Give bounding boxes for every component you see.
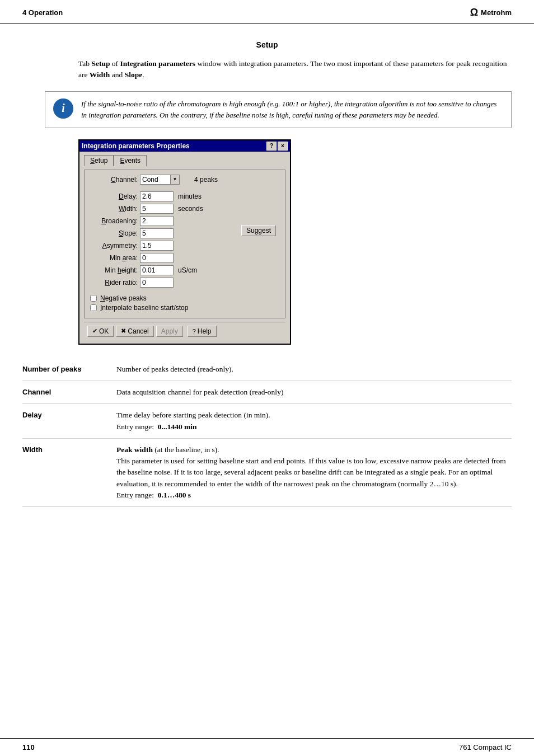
desc-term-delay: Delay [22, 404, 112, 439]
form-right: Suggest [223, 175, 279, 290]
min-area-input[interactable] [140, 253, 174, 263]
desc-term-num-peaks: Number of peaks [22, 358, 112, 381]
suggest-button[interactable]: Suggest [241, 225, 276, 236]
dialog-help-btn[interactable]: ? [266, 142, 277, 151]
negative-peaks-checkbox[interactable] [90, 295, 97, 302]
width-unit: seconds [178, 205, 203, 213]
min-area-label: Min area: [90, 254, 138, 262]
min-area-row: Min area: [90, 253, 223, 263]
tab-setup[interactable]: Setup [84, 155, 114, 166]
asymmetry-row: Asymmetry: [90, 241, 223, 251]
delay-input[interactable] [140, 191, 174, 201]
width-bold-title: Peak width [116, 445, 153, 454]
interpolate-baseline-checkbox[interactable] [90, 304, 97, 311]
intro-text: Tab Setup of Integration parameters wind… [78, 58, 512, 81]
help-label: Help [198, 327, 212, 335]
dialog-title: Integration parameters Properties [82, 142, 266, 150]
intro-bold-params: Integration parameters [120, 59, 195, 68]
channel-row: Channel: ▼ 4 peaks [90, 175, 223, 185]
channel-input-group: ▼ [140, 175, 180, 185]
channel-dropdown-arrow[interactable]: ▼ [171, 175, 180, 185]
width-input[interactable] [140, 204, 174, 214]
rider-ratio-label: Rider ratio: [90, 279, 138, 287]
main-content: Setup Tab Setup of Integration parameter… [0, 24, 534, 524]
tab-events-label: Events [120, 157, 140, 165]
interpolate-baseline-row: Interpolate baseline start/stop [90, 304, 279, 312]
dialog-window: Integration parameters Properties ? × Se… [78, 139, 291, 345]
channel-label: Channel: [90, 176, 138, 184]
min-height-row: Min height: uS/cm [90, 265, 223, 275]
min-height-input[interactable] [140, 265, 174, 275]
delay-row: Delay: minutes [90, 191, 223, 201]
chapter-title: 4 Operation [22, 8, 63, 17]
asymmetry-input[interactable] [140, 241, 174, 251]
min-height-label: Min height: [90, 266, 138, 274]
logo-symbol: Ω [470, 7, 478, 18]
header: 4 Operation Ω Metrohm [0, 0, 534, 24]
width-row: Width: seconds [90, 204, 223, 214]
info-text: If the signal-to-noise ratio of the chro… [81, 98, 503, 121]
interpolate-baseline-label: Interpolate baseline start/stop [100, 304, 188, 312]
info-box: i If the signal-to-noise ratio of the ch… [45, 91, 512, 128]
cancel-icon: ✖ [121, 327, 126, 335]
cancel-label: Cancel [128, 327, 148, 335]
delay-label: Delay: [90, 192, 138, 200]
page: 4 Operation Ω Metrohm Setup Tab Setup of… [0, 0, 534, 756]
peaks-count: 4 [194, 176, 198, 184]
asymmetry-label: Asymmetry: [90, 242, 138, 250]
delay-range: 0...1440 min [158, 422, 197, 431]
rider-ratio-input[interactable] [140, 278, 174, 288]
desc-row-delay: Delay Time delay before starting peak de… [22, 404, 512, 439]
ok-label: OK [99, 327, 109, 335]
dialog-titlebar-buttons: ? × [266, 142, 288, 151]
slope-label: Slope: [90, 229, 138, 237]
info-icon: i [53, 98, 73, 119]
broadening-input[interactable] [140, 216, 174, 226]
apply-label: Apply [161, 327, 178, 335]
desc-term-channel: Channel [22, 381, 112, 404]
slope-input[interactable] [140, 228, 174, 238]
brand-name: Metrohm [481, 8, 512, 17]
ok-button[interactable]: ✔ OK [87, 326, 114, 337]
tab-setup-label: Setup [90, 157, 107, 165]
dialog-tabs: Setup Events [84, 155, 285, 166]
desc-def-delay: Time delay before starting peak detectio… [112, 404, 512, 439]
page-number: 110 [22, 743, 35, 752]
tab-events[interactable]: Events [114, 155, 147, 166]
dialog-close-btn[interactable]: × [278, 142, 288, 151]
peaks-label: peaks [200, 176, 218, 184]
width-label: Width: [90, 205, 138, 213]
intro-bold-setup: Setup [91, 59, 110, 68]
channel-input[interactable] [140, 175, 171, 185]
form-area: Channel: ▼ 4 peaks [84, 170, 285, 318]
product-name: 761 Compact IC [459, 743, 512, 752]
apply-button[interactable]: Apply [156, 326, 183, 337]
desc-def-channel: Data acquisition channel for peak detect… [112, 381, 512, 404]
footer: 110 761 Compact IC [0, 738, 534, 756]
ok-icon: ✔ [92, 327, 97, 335]
delay-unit: minutes [178, 192, 202, 200]
help-button[interactable]: ? Help [188, 326, 217, 337]
cancel-button[interactable]: ✖ Cancel [116, 326, 153, 337]
form-left: Channel: ▼ 4 peaks [90, 175, 223, 290]
desc-row-channel: Channel Data acquisition channel for pea… [22, 381, 512, 404]
desc-term-width: Width [22, 438, 112, 506]
rider-ratio-row: Rider ratio: [90, 278, 223, 288]
form-section: Channel: ▼ 4 peaks [90, 175, 279, 290]
intro-bold-slope: Slope [125, 71, 143, 79]
desc-def-num-peaks: Number of peaks detected (read-only). [112, 358, 512, 381]
slope-row: Slope: [90, 228, 223, 238]
section-title: Setup [22, 40, 512, 49]
help-icon: ? [193, 328, 196, 335]
width-range: 0.1…480 s [158, 491, 191, 499]
min-height-unit: uS/cm [178, 266, 197, 274]
dialog-body: Setup Events Channel: [79, 152, 290, 344]
intro-bold-width: Width [90, 71, 110, 79]
metrohm-logo: Ω Metrohm [470, 7, 512, 18]
broadening-label: Broadening: [90, 217, 138, 225]
dialog-buttons: ✔ OK ✖ Cancel Apply ? Help [84, 322, 285, 339]
desc-def-width: Peak width (at the baseline, in s). This… [112, 438, 512, 506]
description-table: Number of peaks Number of peaks detected… [22, 358, 512, 507]
dialog-titlebar: Integration parameters Properties ? × [79, 140, 290, 152]
desc-row-num-peaks: Number of peaks Number of peaks detected… [22, 358, 512, 381]
